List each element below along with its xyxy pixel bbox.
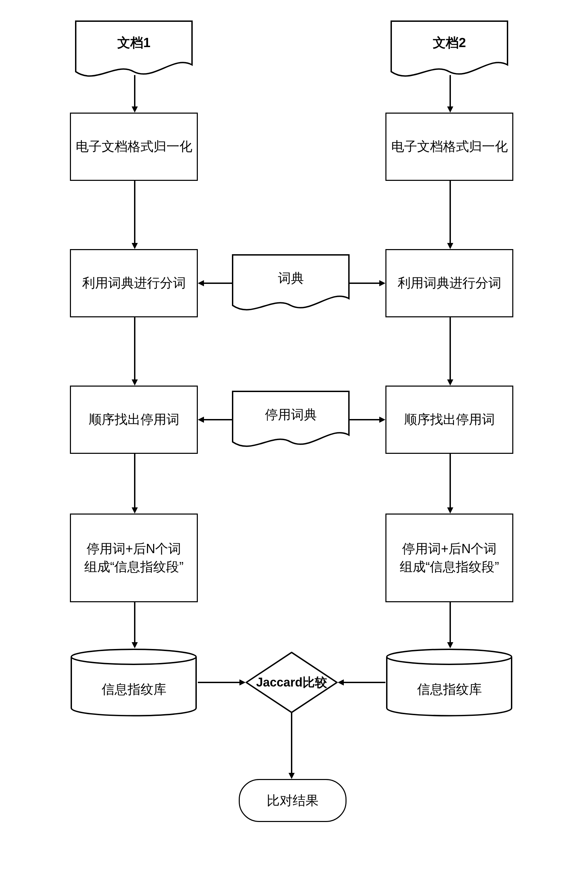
arrow-doc1-norm1 xyxy=(130,75,140,113)
arrow-stopdict-stop2 xyxy=(350,414,386,425)
document-2-shape: 文档2 xyxy=(390,21,508,78)
svg-marker-1 xyxy=(132,107,138,113)
stopword-left-label: 顺序找出停用词 xyxy=(88,410,179,429)
normalize-left-label: 电子文档格式归一化 xyxy=(76,138,192,156)
jaccard-label: Jaccard比较 xyxy=(256,674,327,691)
normalize-left-box: 电子文档格式归一化 xyxy=(70,113,198,181)
svg-marker-36 xyxy=(288,773,295,779)
document-2-label: 文档2 xyxy=(390,34,508,51)
jaccard-decision: Jaccard比较 xyxy=(246,652,338,713)
tokenize-left-label: 利用词典进行分词 xyxy=(82,274,186,292)
tokenize-right-box: 利用词典进行分词 xyxy=(386,249,513,317)
stop-dictionary-shape: 停用词典 xyxy=(232,391,350,449)
svg-marker-15 xyxy=(447,380,453,386)
arrow-fp2-repo2 xyxy=(445,602,455,648)
svg-marker-3 xyxy=(447,107,453,113)
repo-left-cylinder: 信息指纹库 xyxy=(70,648,198,716)
arrow-doc2-norm2 xyxy=(445,75,455,113)
arrow-dict-tok1 xyxy=(198,278,232,288)
stopword-right-label: 顺序找出停用词 xyxy=(404,410,495,429)
svg-marker-7 xyxy=(447,243,453,249)
svg-marker-5 xyxy=(132,243,138,249)
fingerprint-left-label: 停用词+后N个词 组成“信息指纹段” xyxy=(84,540,183,576)
svg-marker-11 xyxy=(379,280,386,286)
stopword-right-box: 顺序找出停用词 xyxy=(386,386,513,454)
svg-marker-13 xyxy=(132,380,138,386)
arrow-stop2-fp2 xyxy=(445,454,455,514)
stopword-left-box: 顺序找出停用词 xyxy=(70,386,198,454)
document-1-label: 文档1 xyxy=(75,34,193,51)
dictionary-shape: 词典 xyxy=(232,254,350,312)
svg-marker-9 xyxy=(198,280,204,286)
svg-marker-21 xyxy=(132,508,138,514)
arrow-stopdict-stop1 xyxy=(198,414,232,425)
normalize-right-box: 电子文档格式归一化 xyxy=(386,113,513,181)
document-1-shape: 文档1 xyxy=(75,21,193,78)
svg-point-29 xyxy=(387,649,512,664)
arrow-norm2-tok2 xyxy=(445,181,455,249)
arrow-jaccard-result xyxy=(286,712,297,779)
arrow-stop1-fp1 xyxy=(130,454,140,514)
svg-marker-19 xyxy=(379,417,386,423)
repo-left-label: 信息指纹库 xyxy=(70,681,198,698)
dictionary-label: 词典 xyxy=(232,270,350,287)
normalize-right-label: 电子文档格式归一化 xyxy=(391,138,508,156)
arrow-fp1-repo1 xyxy=(130,602,140,648)
svg-marker-27 xyxy=(447,642,453,648)
tokenize-right-label: 利用词典进行分词 xyxy=(398,274,501,292)
arrow-repo2-jaccard xyxy=(338,677,386,688)
svg-marker-34 xyxy=(338,679,344,685)
arrow-tok1-stop1 xyxy=(130,317,140,386)
stop-dictionary-label: 停用词典 xyxy=(232,406,350,423)
repo-right-cylinder: 信息指纹库 xyxy=(386,648,513,716)
svg-marker-25 xyxy=(132,642,138,648)
fingerprint-left-box: 停用词+后N个词 组成“信息指纹段” xyxy=(70,514,198,602)
fingerprint-right-box: 停用词+后N个词 组成“信息指纹段” xyxy=(386,514,513,602)
svg-marker-32 xyxy=(239,679,246,685)
arrow-dict-tok2 xyxy=(350,278,386,288)
repo-right-label: 信息指纹库 xyxy=(386,681,513,698)
svg-point-28 xyxy=(71,649,196,664)
svg-marker-23 xyxy=(447,508,453,514)
svg-marker-17 xyxy=(198,417,204,423)
arrow-repo1-jaccard xyxy=(198,677,246,688)
arrow-norm1-tok1 xyxy=(130,181,140,249)
tokenize-left-box: 利用词典进行分词 xyxy=(70,249,198,317)
result-terminator: 比对结果 xyxy=(239,779,346,822)
fingerprint-right-label: 停用词+后N个词 组成“信息指纹段” xyxy=(400,540,499,576)
arrow-tok2-stop2 xyxy=(445,317,455,386)
result-label: 比对结果 xyxy=(267,792,318,809)
